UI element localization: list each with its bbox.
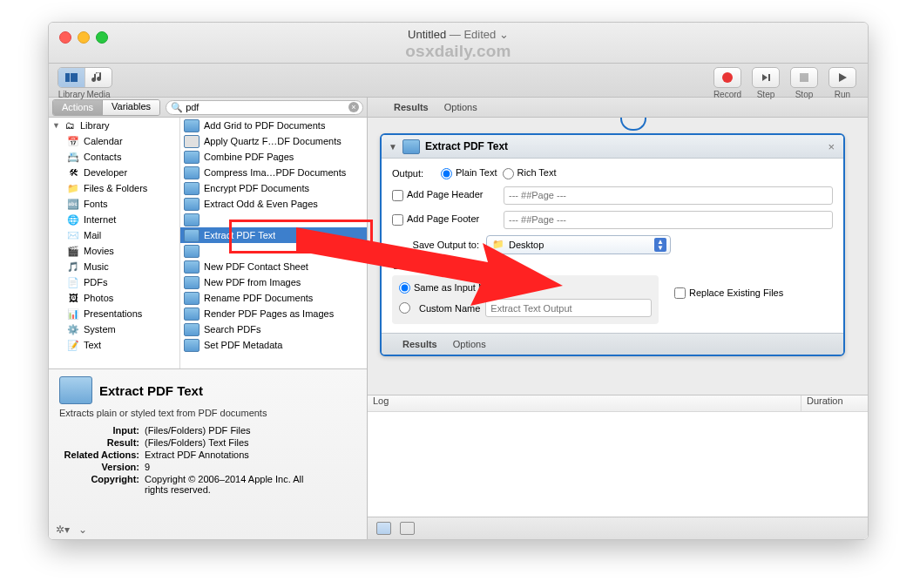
detail-panel: Extract PDF Text Extracts plain or style… xyxy=(49,368,367,539)
checkbox-add-page-header[interactable]: Add Page Header xyxy=(392,189,497,201)
log-body xyxy=(368,412,868,517)
action-item[interactable]: Rename PDF Documents xyxy=(180,290,367,306)
svg-rect-1 xyxy=(71,73,78,82)
library-button[interactable] xyxy=(58,68,85,87)
action-item[interactable]: Extract PDF Text xyxy=(180,227,367,243)
action-title: Extract PDF Text xyxy=(425,140,508,152)
search-field[interactable]: 🔍 × xyxy=(166,100,363,115)
action-item[interactable]: Render PDF Pages as Images xyxy=(180,306,367,321)
action-item[interactable] xyxy=(180,243,367,259)
log-view-grid-icon[interactable] xyxy=(400,522,415,535)
library-item[interactable]: ✉️Mail xyxy=(49,227,179,243)
radio-rich-text[interactable]: Rich Text xyxy=(503,167,557,179)
action-item[interactable]: Combine PDF Pages xyxy=(180,149,367,165)
action-item[interactable]: Set PDF Metadata xyxy=(180,337,367,353)
right-panel: Results Options ▼ Extract PDF Text × Out… xyxy=(368,98,868,539)
detail-description: Extracts plain or styled text from PDF d… xyxy=(49,408,367,425)
tab-results[interactable]: Results xyxy=(394,102,429,112)
run-button[interactable]: Run xyxy=(826,67,859,99)
svg-rect-2 xyxy=(768,74,770,81)
action-item[interactable]: Extract Odd & Even Pages xyxy=(180,196,367,212)
action-item[interactable] xyxy=(180,212,367,227)
workflow-connector xyxy=(620,118,646,131)
action-card-extract-pdf-text: ▼ Extract PDF Text × Output: Plain Text … xyxy=(380,133,845,356)
output-file-name-label: Output File Name: xyxy=(392,260,833,271)
search-input[interactable] xyxy=(166,100,363,115)
svg-rect-0 xyxy=(65,73,70,82)
detail-expand-icon[interactable]: ⌄ xyxy=(78,524,87,536)
titlebar: Untitled — Edited ⌄ osxdaily.com xyxy=(49,23,868,64)
library-root[interactable]: ▼🗂Library xyxy=(49,118,179,133)
actions-column[interactable]: Add Grid to PDF DocumentsApply Quartz F…… xyxy=(180,118,367,368)
popup-arrows-icon: ▲▼ xyxy=(654,238,666,252)
zoom-button[interactable] xyxy=(96,31,108,44)
save-output-label: Save Output to: xyxy=(392,240,479,250)
action-item[interactable]: Add Grid to PDF Documents xyxy=(180,118,367,133)
step-button[interactable]: Step xyxy=(749,67,782,99)
log-view-list-icon[interactable] xyxy=(376,522,391,535)
workflow-tabbar: Results Options xyxy=(368,98,868,118)
duration-col-header[interactable]: Duration xyxy=(801,395,868,411)
search-icon: 🔍 xyxy=(171,102,183,113)
watermark: osxdaily.com xyxy=(49,42,868,61)
detail-gear-icon[interactable]: ✲▾ xyxy=(56,524,70,536)
library-item[interactable]: 🎬Movies xyxy=(49,243,179,259)
library-item[interactable]: 🔤Fonts xyxy=(49,196,179,212)
action-item[interactable]: Search PDFs xyxy=(180,321,367,337)
action-item[interactable]: Encrypt PDF Documents xyxy=(180,180,367,196)
library-item[interactable]: 📇Contacts xyxy=(49,149,179,165)
action-item[interactable]: Compress Ima…PDF Documents xyxy=(180,165,367,180)
action-icon xyxy=(402,139,420,154)
library-item[interactable]: 🎵Music xyxy=(49,259,179,274)
custom-name-field[interactable] xyxy=(485,299,652,317)
library-item[interactable]: 📄PDFs xyxy=(49,274,179,290)
folder-icon: 📁 xyxy=(492,239,504,250)
remove-action-button[interactable]: × xyxy=(826,140,836,153)
left-panel: Actions Variables 🔍 × ▼🗂Library 📅Calenda… xyxy=(49,98,368,539)
log-panel: Log Duration xyxy=(368,395,868,539)
tab-options[interactable]: Options xyxy=(444,102,477,112)
output-label: Output: xyxy=(392,168,436,179)
library-item[interactable]: 📁Files & Folders xyxy=(49,180,179,196)
checkbox-replace-existing[interactable]: Replace Existing Files xyxy=(674,287,783,300)
library-item[interactable]: 📊Presentations xyxy=(49,306,179,321)
tab-actions[interactable]: Actions xyxy=(53,100,103,115)
tab-variables[interactable]: Variables xyxy=(103,100,159,115)
checkbox-add-page-footer[interactable]: Add Page Footer xyxy=(392,213,497,226)
library-item[interactable]: 🌐Internet xyxy=(49,212,179,227)
save-destination-popup[interactable]: 📁 Desktop ▲▼ xyxy=(486,235,671,254)
header-text-field[interactable] xyxy=(504,186,833,205)
log-col-header[interactable]: Log xyxy=(368,395,801,411)
library-item[interactable]: 📝Text xyxy=(49,337,179,353)
radio-same-as-input[interactable]: Same as Input Name xyxy=(399,282,652,294)
radio-custom-name[interactable]: Custom Name xyxy=(399,299,652,317)
action-item[interactable]: New PDF Contact Sheet xyxy=(180,259,367,274)
library-item[interactable]: ⚙️System xyxy=(49,321,179,337)
record-button[interactable]: Record xyxy=(711,67,744,99)
detail-title: Extract PDF Text xyxy=(99,383,203,398)
clear-search-icon[interactable]: × xyxy=(348,102,359,112)
content: Actions Variables 🔍 × ▼🗂Library 📅Calenda… xyxy=(49,98,868,539)
action-detail-icon xyxy=(59,376,92,404)
close-button[interactable] xyxy=(59,31,71,44)
minimize-button[interactable] xyxy=(78,31,90,44)
automator-window: Untitled — Edited ⌄ osxdaily.com Library… xyxy=(48,22,869,540)
media-button[interactable] xyxy=(85,68,112,87)
window-title: Untitled — Edited ⌄ xyxy=(49,28,868,41)
radio-plain-text[interactable]: Plain Text xyxy=(441,167,497,179)
action-tab-options[interactable]: Options xyxy=(453,339,486,349)
library-item[interactable]: 🛠Developer xyxy=(49,165,179,180)
tab-switcher[interactable]: Actions Variables xyxy=(52,99,160,116)
stop-button[interactable]: Stop xyxy=(788,67,821,99)
library-item[interactable]: 📅Calendar xyxy=(49,133,179,149)
library-item[interactable]: 🖼Photos xyxy=(49,290,179,306)
action-item[interactable]: Apply Quartz F…DF Documents xyxy=(180,133,367,149)
workflow-area[interactable]: ▼ Extract PDF Text × Output: Plain Text … xyxy=(368,118,868,395)
disclosure-icon[interactable]: ▼ xyxy=(389,142,397,152)
footer-text-field[interactable] xyxy=(504,211,833,229)
library-column[interactable]: ▼🗂Library 📅Calendar📇Contacts🛠Developer📁F… xyxy=(49,118,180,368)
action-item[interactable]: New PDF from Images xyxy=(180,274,367,290)
action-tab-results[interactable]: Results xyxy=(402,339,437,349)
media-label: Media xyxy=(85,90,112,99)
detail-table: Input:(Files/Folders) PDF Files Result:(… xyxy=(49,425,367,497)
